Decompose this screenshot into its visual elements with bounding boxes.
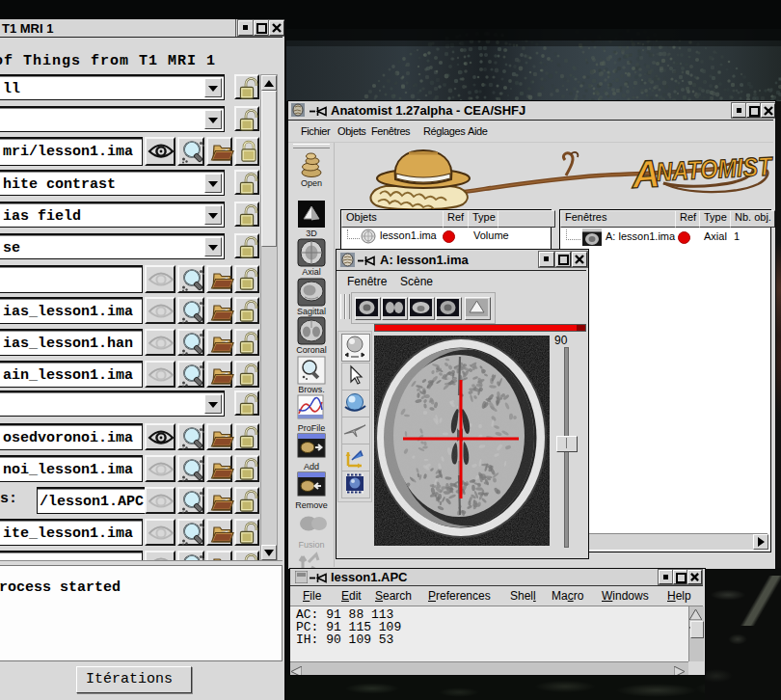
svg-text:NATOMIST: NATOMIST (656, 151, 775, 186)
